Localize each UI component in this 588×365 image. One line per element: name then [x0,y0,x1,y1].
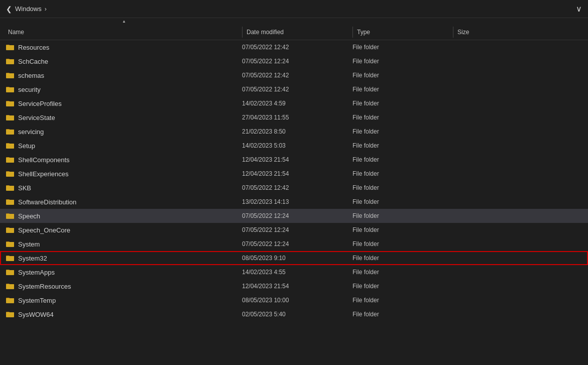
table-row[interactable]: SysWOW6402/05/2023 5:40File folder [0,307,588,321]
type-cell: File folder [352,240,453,248]
type-cell: File folder [352,142,453,149]
type-cell: File folder [352,86,453,93]
table-row[interactable]: Speech07/05/2022 12:24File folder [0,209,588,223]
folder-icon [6,254,14,263]
table-row[interactable]: schemas07/05/2022 12:42File folder [0,68,588,82]
table-row[interactable]: ShellExperiences12/04/2023 21:54File fol… [0,167,588,181]
folder-icon [6,85,14,94]
col-size-header[interactable]: Size [453,27,528,38]
svg-rect-35 [6,200,14,204]
table-row[interactable]: Speech_OneCore07/05/2022 12:24File folde… [0,223,588,237]
type-cell: File folder [352,255,453,262]
table-row[interactable]: servicing21/02/2023 8:50File folder [0,125,588,139]
file-name-cell: System32 [6,254,242,263]
folder-icon [6,212,14,220]
table-row[interactable]: ServiceState27/04/2023 11:55File folder [0,110,588,125]
table-row[interactable]: SKB07/05/2022 12:42File folder [0,181,588,195]
file-rows-container: Resources07/05/2022 12:42File folder Sch… [0,40,588,321]
svg-rect-11 [6,87,14,92]
type-cell: File folder [352,198,453,205]
folder-icon [6,128,14,136]
table-row[interactable]: System07/05/2022 12:24File folder [0,237,588,251]
file-name-text: ServiceState [18,114,55,121]
file-name-cell: Speech_OneCore [6,226,242,234]
file-name-text: Speech [18,212,40,220]
file-name-cell: Setup [6,142,242,150]
svg-rect-53 [6,284,14,289]
type-cell: File folder [352,58,453,65]
folder-icon [6,71,14,80]
type-cell: File folder [352,170,453,177]
svg-rect-23 [6,144,14,148]
table-row[interactable]: SchCache07/05/2022 12:24File folder [0,54,588,68]
date-cell: 13/02/2023 14:13 [242,198,352,205]
folder-icon [6,226,14,234]
svg-rect-5 [6,59,14,64]
svg-rect-32 [6,186,14,190]
folder-icon [6,113,14,122]
file-name-text: Setup [18,142,35,150]
svg-rect-56 [6,298,14,303]
date-cell: 07/05/2022 12:42 [242,72,352,79]
file-name-cell: SchCache [6,57,242,66]
date-cell: 07/05/2022 12:42 [242,184,352,191]
file-name-cell: Resources [6,43,242,52]
folder-icon [6,99,14,108]
folder-icon [6,240,14,249]
col-name-header[interactable]: Name [6,27,242,38]
collapse-icon[interactable]: ∨ [576,5,582,13]
svg-rect-20 [6,130,14,134]
col-type-header[interactable]: Type [352,27,453,38]
file-name-cell: SystemResources [6,282,242,291]
file-name-text: Resources [18,44,49,51]
folder-icon [6,170,14,178]
date-cell: 07/05/2022 12:24 [242,240,352,248]
table-row[interactable]: ServiceProfiles14/02/2023 4:59File folde… [0,96,588,110]
file-name-cell: ShellComponents [6,156,242,164]
file-name-cell: schemas [6,71,242,80]
type-cell: File folder [352,269,453,276]
svg-rect-14 [6,101,14,106]
table-row[interactable]: System3208/05/2023 9:10File folder [0,251,588,265]
table-row[interactable]: SystemTemp08/05/2023 10:00File folder [0,293,588,307]
table-row[interactable]: Setup14/02/2023 5:03File folder [0,139,588,153]
type-cell: File folder [352,311,453,318]
col-date-header[interactable]: Date modified [242,27,352,38]
file-name-cell: ServiceProfiles [6,99,242,108]
title-text: Windows [15,5,42,13]
svg-rect-44 [6,242,14,247]
file-name-text: System32 [18,255,47,262]
file-name-cell: security [6,85,242,94]
table-row[interactable]: ShellComponents12/04/2023 21:54File fold… [0,153,588,167]
folder-icon [6,184,14,192]
table-row[interactable]: SystemApps14/02/2023 4:55File folder [0,265,588,279]
file-name-cell: ShellExperiences [6,170,242,178]
table-row[interactable]: SoftwareDistribution13/02/2023 14:13File… [0,195,588,209]
file-list-container: ▲ Name Date modified Type Size Resources… [0,18,588,365]
svg-rect-59 [6,312,14,317]
table-row[interactable]: security07/05/2022 12:42File folder [0,82,588,96]
date-cell: 14/02/2023 4:59 [242,100,352,107]
date-cell: 07/05/2022 12:24 [242,226,352,233]
type-cell: File folder [352,128,453,135]
date-cell: 07/05/2022 12:24 [242,212,352,219]
folder-icon [6,198,14,206]
file-name-text: security [18,86,41,93]
date-cell: 12/04/2023 21:54 [242,156,352,163]
file-name-text: SysWOW64 [18,311,54,318]
file-name-cell: System [6,240,242,249]
table-row[interactable]: SystemResources12/04/2023 21:54File fold… [0,279,588,293]
folder-icon [6,310,14,319]
type-cell: File folder [352,114,453,121]
svg-rect-26 [6,158,14,162]
file-name-text: ServiceProfiles [18,100,62,107]
svg-rect-8 [6,73,14,78]
sort-up-arrow: ▲ [6,19,242,24]
table-row[interactable]: Resources07/05/2022 12:42File folder [0,40,588,54]
date-cell: 08/05/2023 10:00 [242,297,352,304]
folder-icon [6,142,14,150]
date-cell: 21/02/2023 8:50 [242,128,352,135]
file-name-cell: SoftwareDistribution [6,198,242,206]
back-arrow-icon[interactable]: ❮ [6,5,12,13]
file-name-text: SKB [18,184,31,192]
